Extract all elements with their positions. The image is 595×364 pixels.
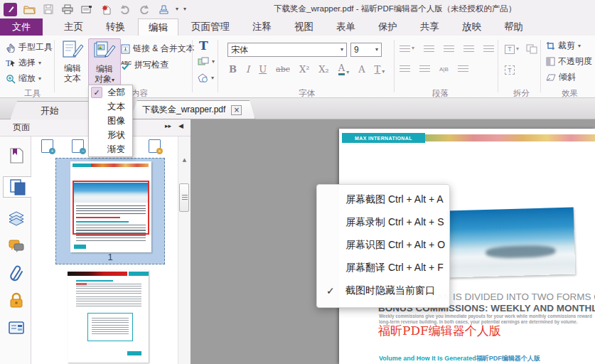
spell-check-button[interactable]: ABC 拼写检查 [121, 59, 168, 71]
add-shape-button[interactable]: ▾ [198, 73, 214, 83]
align-right-button[interactable] [463, 46, 474, 53]
crop-icon [546, 41, 555, 50]
menu-item-screen-capture[interactable]: 屏幕截图 Ctrl + Alt + A [317, 188, 449, 211]
menu-item-all[interactable]: ✓ 全部 [89, 85, 132, 100]
menu-item-shape[interactable]: 形状 [89, 128, 132, 142]
close-tab-icon[interactable]: × [231, 105, 242, 115]
stamp-tool-button[interactable] [156, 2, 171, 16]
doc-subheading: Volume and How It Is Generated福昕PDF编辑器个人… [379, 354, 540, 363]
page-thumbnail-2[interactable] [68, 270, 149, 363]
font-family-combo[interactable]: 宋体▾ [227, 43, 347, 57]
thumbnails-scrollbar[interactable]: ▲ [178, 136, 190, 364]
expand-panel-icon[interactable]: ▸▸ [165, 123, 171, 129]
comments-icon [8, 239, 25, 255]
add-image-button[interactable]: ▾ [198, 57, 215, 66]
group-label-font: 字体 [299, 88, 315, 99]
tab-home[interactable]: 主页 [54, 18, 93, 36]
underline-button[interactable]: U [259, 64, 267, 75]
stamp-dropdown-arrow-icon[interactable]: ▾ [176, 6, 178, 12]
new-document-button[interactable] [99, 2, 113, 16]
align-center-button[interactable] [444, 46, 454, 53]
tab-edit[interactable]: 编辑 [138, 18, 178, 36]
ribbon-tab-row: 文件 主页 转换 编辑 页面管理 注释 视图 表单 保护 共享 放映 帮助 [0, 18, 595, 36]
comments-panel-button[interactable] [6, 236, 27, 257]
tab-comment[interactable]: 注释 [242, 18, 282, 36]
layers-panel-button[interactable] [6, 208, 27, 229]
edit-object-button[interactable]: 编辑 对象▾ [88, 38, 121, 85]
shrink-thumbnails-button[interactable]: − [72, 139, 84, 153]
redo-button[interactable] [137, 2, 151, 16]
menu-item-screen-ocr[interactable]: 屏幕识图 Ctrl + Alt + O [317, 234, 449, 257]
enlarge-thumbnails-button[interactable]: + [41, 139, 53, 153]
opacity-button[interactable]: 不透明度 [546, 55, 592, 68]
menu-item-gradient[interactable]: 渐变 [89, 142, 132, 156]
font-size-combo[interactable]: 9▾ [350, 43, 382, 57]
undo-button[interactable] [118, 2, 132, 16]
scroll-up-icon[interactable]: ▲ [180, 155, 189, 165]
tab-share[interactable]: 共享 [410, 18, 449, 36]
page-thumbnail-1[interactable] [55, 158, 165, 264]
zoom-tool-button[interactable]: 缩放▾ [6, 73, 41, 85]
menu-item-text[interactable]: 文本 [89, 100, 132, 114]
print-button[interactable] [60, 2, 75, 16]
decrease-indent-button[interactable] [400, 65, 410, 73]
start-page-tab[interactable]: 开始 [10, 101, 90, 119]
superscript-button[interactable]: X² [299, 64, 309, 75]
align-justify-button[interactable] [483, 46, 494, 53]
skew-icon [546, 73, 556, 82]
increase-indent-button[interactable] [419, 65, 430, 73]
save-button[interactable] [41, 2, 55, 16]
hand-icon [6, 43, 16, 53]
char-spacing-button[interactable]: A|B [439, 66, 449, 73]
text-outline-button[interactable]: A [358, 64, 365, 75]
subscript-button[interactable]: X₂ [318, 64, 328, 75]
lock-icon [9, 292, 24, 309]
security-panel-button[interactable] [6, 290, 27, 311]
italic-button[interactable]: I [246, 64, 250, 75]
tab-file[interactable]: 文件 [0, 18, 43, 36]
tab-present[interactable]: 放映 [452, 18, 491, 36]
bold-button[interactable]: B [229, 64, 237, 75]
hand-tool-button[interactable]: 手型工具 [6, 41, 53, 53]
line-spacing-button[interactable] [458, 65, 468, 73]
strikethrough-button[interactable]: abc [276, 65, 290, 74]
menu-item-hide-window-when-capturing[interactable]: ✓ 截图时隐藏当前窗口 [317, 279, 449, 302]
crop-button[interactable]: 裁剪▾ [546, 40, 581, 52]
tab-view[interactable]: 视图 [284, 18, 323, 36]
text-style-button[interactable]: T ▾ [375, 64, 385, 75]
paragraph-row2: A|B [400, 65, 468, 73]
foxit-logo-icon [4, 3, 17, 16]
qat-customize-icon[interactable]: ▾ [183, 6, 186, 12]
split-box-button[interactable]: T [505, 65, 515, 75]
menu-item-image[interactable]: 图像 [89, 114, 132, 128]
edit-object-icon [89, 41, 120, 63]
align-left-button[interactable] [424, 46, 434, 53]
select-tool-button[interactable]: T 选择▾ [6, 57, 41, 69]
font-color-button[interactable]: A ▾ [338, 63, 349, 75]
add-text-button[interactable]: T [199, 40, 208, 52]
menu-item-screen-translate[interactable]: 屏幕翻译 Ctrl + Alt + F [317, 257, 449, 279]
fields-panel-button[interactable] [6, 317, 27, 338]
collapse-panel-icon[interactable]: ◀ [178, 123, 183, 129]
delete-page-button[interactable]: × [149, 139, 161, 153]
merge-objects-button[interactable] [526, 44, 537, 54]
email-button[interactable] [80, 2, 94, 16]
attachments-panel-button[interactable] [6, 263, 27, 284]
tab-form[interactable]: 表单 [326, 18, 365, 36]
bullet-list-button[interactable]: ▾ [400, 46, 414, 53]
split-text-button[interactable]: T▾ [505, 44, 519, 54]
tab-page-management[interactable]: 页面管理 [181, 18, 240, 36]
tab-help[interactable]: 帮助 [494, 18, 533, 36]
tab-convert[interactable]: 转换 [96, 18, 135, 36]
tab-protect[interactable]: 保护 [368, 18, 407, 36]
link-merge-text-button[interactable]: 链接 & 合并文本 [121, 43, 195, 55]
edit-text-button[interactable]: 编辑 文本 [56, 40, 89, 83]
skew-button[interactable]: 倾斜 [546, 71, 576, 83]
image-objects-icon [198, 57, 209, 66]
bookmarks-panel-button[interactable] [6, 145, 27, 166]
page-thumbnails-panel-button[interactable] [3, 176, 31, 198]
document-tab[interactable]: 下载奖金_wrapper.pdf × [130, 100, 255, 119]
scrollbar-thumb[interactable] [179, 183, 189, 212]
menu-item-screen-record[interactable]: 屏幕录制 Ctrl + Alt + S [317, 211, 449, 234]
open-file-button[interactable] [22, 2, 36, 16]
